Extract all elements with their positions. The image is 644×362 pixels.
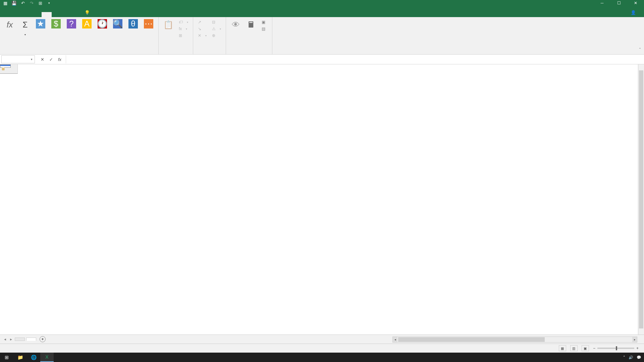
financial-button[interactable]: $ — [49, 18, 63, 52]
insert-function-button[interactable]: fx — [3, 18, 17, 52]
logical-icon: ? — [67, 19, 76, 28]
sheet-tab-tabelle2[interactable] — [26, 338, 36, 341]
recent-icon: ★ — [36, 19, 45, 28]
excel-taskbar-icon[interactable]: X — [40, 353, 54, 362]
chevron-down-icon[interactable]: ▾ — [31, 58, 33, 61]
watch-icon: 👁 — [230, 19, 241, 31]
ribbon: fx Σ▾ ★ $ ? A 🕐 🔍 θ ⋯ 📋 🏷▾ fx▾ ⊞ ↗ — [0, 17, 644, 55]
error-checking-button[interactable]: ⚠▾ — [210, 26, 223, 32]
start-button[interactable]: ⊞ — [0, 353, 13, 362]
qat-customize-icon[interactable]: ▾ — [46, 0, 52, 6]
worksheet[interactable] — [0, 64, 644, 335]
autocomplete-item-falsch[interactable] — [0, 66, 10, 67]
evaluate-formula-button[interactable]: ⊕ — [210, 33, 223, 39]
maximize-button[interactable]: ☐ — [610, 0, 627, 6]
scroll-left-icon[interactable]: ◂ — [393, 337, 397, 342]
more-icon: ⋯ — [144, 19, 153, 28]
autocomplete-list[interactable] — [0, 64, 11, 68]
touch-icon[interactable]: ⊞ — [38, 0, 43, 6]
name-manager-button[interactable]: 📋 — [161, 18, 175, 52]
arrow-icon: ↘ — [198, 26, 201, 31]
windows-taskbar[interactable]: ⊞ 📁 🌐 X ˄ 🔊 💬 — [0, 353, 644, 362]
fx-icon: fx — [4, 19, 15, 31]
add-sheet-button[interactable]: + — [40, 336, 46, 342]
use-in-formula-button[interactable]: fx▾ — [177, 26, 190, 32]
create-from-selection-button[interactable]: ⊞ — [177, 33, 190, 39]
trace-dependents-button[interactable]: ↘ — [196, 26, 209, 32]
calc-icon: 🖩 — [246, 19, 257, 31]
volume-icon[interactable]: 🔊 — [629, 355, 633, 360]
undo-icon[interactable]: ↶ — [20, 0, 25, 6]
tab-start[interactable] — [11, 12, 21, 17]
text-button[interactable]: A — [80, 18, 94, 52]
more-functions-button[interactable]: ⋯ — [142, 18, 156, 52]
sheet-nav-next-icon[interactable]: ▸ — [9, 337, 13, 342]
theta-icon: θ — [128, 19, 138, 28]
horizontal-scrollbar[interactable]: ◂ ▸ — [392, 337, 637, 343]
file-explorer-icon[interactable]: 📁 — [13, 353, 27, 362]
sigma-icon: Σ — [19, 19, 31, 31]
save-icon[interactable]: 💾 — [11, 0, 17, 6]
arrow-icon: ↗ — [198, 20, 201, 24]
x-icon: ✕ — [198, 33, 201, 38]
cancel-formula-button[interactable]: ✕ — [38, 55, 46, 63]
tab-daten[interactable] — [52, 12, 62, 17]
math-button[interactable]: θ — [126, 18, 140, 52]
trace-precedents-button[interactable]: ↗ — [196, 19, 209, 25]
page-break-view-button[interactable]: ▣ — [582, 345, 589, 351]
calc-options-button[interactable]: 🖩 — [244, 18, 258, 52]
edge-icon[interactable]: 🌐 — [27, 353, 40, 362]
sheet-nav-prev-icon[interactable]: ◂ — [3, 337, 7, 342]
collapse-ribbon-icon[interactable]: ˆ — [639, 48, 641, 52]
lookup-button[interactable]: 🔍 — [111, 18, 125, 52]
tab-ansicht[interactable] — [72, 12, 82, 17]
tell-me-search[interactable]: 💡 — [82, 8, 94, 17]
normal-view-button[interactable]: ▦ — [559, 345, 566, 351]
calculate-now-button[interactable]: ▣ — [260, 19, 269, 25]
zoom-slider[interactable]: − + — [593, 346, 641, 351]
datetime-button[interactable]: 🕐 — [95, 18, 109, 52]
scroll-right-icon[interactable]: ▸ — [632, 337, 637, 342]
redo-icon[interactable]: ↷ — [29, 0, 34, 6]
tab-ueberpruefen[interactable] — [62, 12, 72, 17]
tag-icon: 🏷 — [179, 20, 183, 24]
share-icon: 👤 — [631, 10, 636, 15]
excel-icon: ▦ — [3, 0, 8, 6]
tab-einfuegen[interactable] — [21, 12, 32, 17]
define-name-button[interactable]: 🏷▾ — [177, 19, 190, 25]
tab-seitenlayout[interactable] — [32, 12, 42, 17]
show-formulas-button[interactable]: ⊟ — [210, 19, 223, 25]
close-button[interactable]: ✕ — [627, 0, 644, 6]
grid-icon: ⊞ — [179, 33, 182, 38]
title-bar: ▦ 💾 ↶ ↷ ⊞ ▾ ─ ☐ ✕ — [0, 0, 644, 6]
recent-button[interactable]: ★ — [34, 18, 48, 52]
page-layout-view-button[interactable]: ▥ — [570, 345, 578, 351]
tab-datei[interactable] — [1, 12, 11, 17]
status-bar: ▦ ▥ ▣ − + — [0, 344, 644, 353]
ribbon-tabs: 💡 👤 — [0, 6, 644, 17]
sheet-tab-bar: ◂ ▸ + ◂ ▸ — [0, 335, 644, 344]
zoom-in-icon[interactable]: + — [636, 346, 639, 351]
sheet-tab-tabelle1[interactable] — [15, 338, 25, 341]
logical-button[interactable]: ? — [64, 18, 78, 52]
fx-button[interactable]: fx — [56, 55, 64, 63]
eval-icon: ⊕ — [212, 33, 215, 38]
group-label — [196, 52, 223, 54]
watch-window-button[interactable]: 👁 — [229, 18, 243, 52]
text-icon: A — [82, 19, 92, 28]
autosum-button[interactable]: Σ▾ — [18, 18, 32, 52]
minimize-button[interactable]: ─ — [594, 0, 610, 6]
calculate-sheet-button[interactable]: ▤ — [260, 26, 269, 32]
group-label — [161, 52, 190, 54]
name-box[interactable]: ▾ — [1, 55, 35, 63]
vertical-scrollbar[interactable] — [638, 64, 644, 335]
action-center-icon[interactable]: 💬 — [637, 355, 641, 360]
tab-formeln[interactable] — [42, 12, 52, 17]
warn-icon: ⚠ — [212, 26, 216, 31]
remove-arrows-button[interactable]: ✕▾ — [196, 33, 209, 39]
zoom-out-icon[interactable]: − — [593, 346, 595, 351]
formula-icon: ⊟ — [212, 20, 215, 24]
enter-formula-button[interactable]: ✓ — [47, 55, 55, 63]
tray-chevron-icon[interactable]: ˄ — [623, 355, 625, 360]
share-button[interactable]: 👤 — [627, 8, 641, 17]
